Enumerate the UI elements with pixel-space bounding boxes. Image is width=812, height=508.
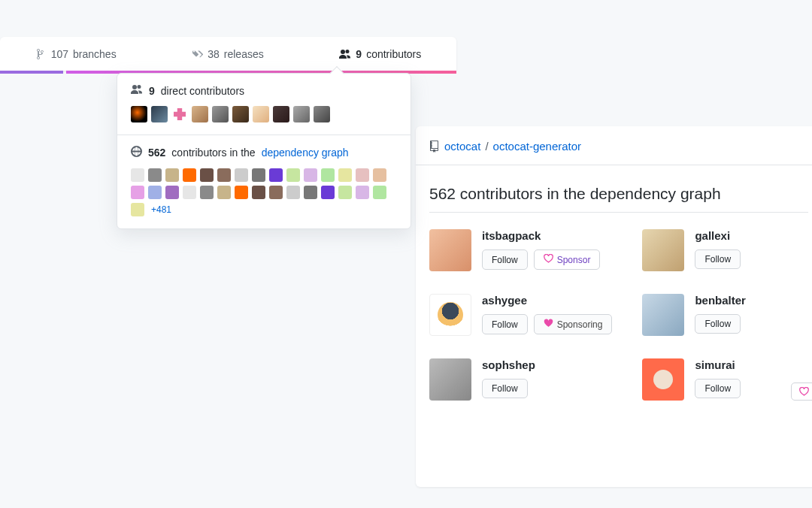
avatar[interactable]	[151, 106, 168, 122]
avatar[interactable]	[217, 186, 231, 199]
contributors-label: contributors	[366, 48, 421, 60]
contributor-username[interactable]: itsbagpack	[482, 229, 600, 242]
contributor-item: itsbagpack Follow Sponsor	[429, 229, 612, 271]
follow-button[interactable]: Follow	[482, 314, 528, 334]
avatar[interactable]	[338, 168, 352, 182]
heart-icon	[544, 254, 553, 265]
avatar[interactable]	[293, 106, 310, 122]
avatar[interactable]	[304, 186, 317, 199]
releases-tab[interactable]: 38 releases	[152, 37, 304, 71]
people-icon	[131, 84, 143, 97]
follow-button[interactable]: Follow	[482, 249, 528, 270]
avatar[interactable]	[131, 186, 144, 199]
avatar[interactable]	[171, 106, 188, 122]
avatar[interactable]	[252, 186, 265, 199]
avatar[interactable]	[131, 106, 147, 122]
avatar[interactable]	[183, 168, 196, 182]
follow-button[interactable]: Follow	[695, 379, 741, 398]
follow-button[interactable]: Follow	[695, 314, 741, 334]
contributor-username[interactable]: sophshep	[482, 358, 535, 371]
graph-label-before: contributors in the	[171, 147, 255, 159]
breadcrumb-repo[interactable]: octocat-generator	[493, 140, 582, 153]
contributor-username[interactable]: benbalter	[695, 294, 746, 307]
direct-contributors-section: 9 direct contributors	[117, 74, 411, 135]
avatar[interactable]	[235, 168, 248, 182]
avatar[interactable]	[148, 186, 162, 199]
avatar[interactable]	[200, 186, 214, 199]
avatar[interactable]	[165, 168, 179, 182]
releases-label: releases	[224, 48, 264, 60]
contributor-item: gallexi Follow	[642, 229, 808, 271]
repo-nav-bar: 107 branches 38 releases 9 contributors	[0, 37, 456, 71]
direct-label: direct contributors	[161, 85, 244, 97]
contributors-popover: 9 direct contributors 562 contributors i…	[117, 73, 411, 229]
heart-icon	[799, 387, 809, 396]
contributor-item: simurai Follow	[642, 358, 808, 401]
follow-button[interactable]: Follow	[482, 379, 528, 398]
breadcrumb-separator: /	[485, 140, 488, 153]
releases-count: 38	[208, 48, 220, 60]
branches-tab[interactable]: 107 branches	[0, 37, 152, 71]
contributor-username[interactable]: ashygee	[482, 294, 612, 307]
contributor-item: sophshep Follow	[429, 358, 612, 401]
more-contributors-link[interactable]: +481	[151, 204, 171, 215]
sponsor-button[interactable]	[791, 383, 812, 401]
avatar[interactable]	[356, 168, 369, 182]
sponsor-label: Sponsor	[557, 255, 591, 265]
branches-count: 107	[51, 48, 68, 60]
avatar[interactable]	[642, 229, 684, 271]
graph-avatar-row: +481	[131, 168, 397, 216]
avatar[interactable]	[252, 168, 265, 182]
avatar[interactable]	[304, 168, 317, 182]
direct-count: 9	[149, 85, 155, 97]
contributors-tab[interactable]: 9 contributors	[304, 37, 456, 71]
sponsoring-button[interactable]: Sponsoring	[534, 314, 613, 334]
avatar[interactable]	[235, 186, 248, 199]
avatar[interactable]	[321, 186, 335, 199]
avatar[interactable]	[321, 168, 335, 182]
repo-icon	[429, 141, 440, 153]
avatar[interactable]	[286, 168, 300, 182]
avatar[interactable]	[212, 106, 229, 122]
avatar[interactable]	[200, 168, 214, 182]
sponsor-button[interactable]: Sponsor	[534, 249, 601, 270]
avatar[interactable]	[269, 168, 283, 182]
avatar[interactable]	[356, 186, 369, 199]
contributors-panel: octocat / octocat-generator 562 contribu…	[416, 126, 812, 487]
avatar[interactable]	[373, 168, 386, 182]
avatar[interactable]	[642, 358, 684, 401]
graph-contributors-section: 562 contributors in the dependency graph	[117, 135, 411, 228]
avatar[interactable]	[192, 106, 208, 122]
dependency-graph-link[interactable]: dependency graph	[262, 147, 349, 159]
contributor-username[interactable]: gallexi	[695, 229, 741, 242]
globe-icon	[131, 146, 142, 159]
avatar[interactable]	[429, 358, 471, 401]
avatar[interactable]	[148, 168, 162, 182]
avatar[interactable]	[131, 168, 144, 182]
avatar[interactable]	[232, 106, 249, 122]
avatar[interactable]	[183, 186, 196, 199]
avatar[interactable]	[165, 186, 179, 199]
breadcrumb-owner[interactable]: octocat	[444, 140, 480, 153]
contributor-item: ashygee Follow Sponsoring	[429, 294, 612, 336]
direct-avatar-row	[131, 106, 397, 122]
panel-heading: 562 contributors in the dependency graph	[416, 185, 812, 212]
follow-button[interactable]: Follow	[695, 249, 741, 269]
avatar[interactable]	[286, 186, 300, 199]
avatar[interactable]	[429, 294, 471, 336]
avatar[interactable]	[253, 106, 269, 122]
avatar[interactable]	[338, 186, 352, 199]
avatar[interactable]	[642, 294, 684, 336]
avatar[interactable]	[429, 229, 471, 271]
avatar[interactable]	[217, 168, 231, 182]
heart-filled-icon	[544, 319, 553, 330]
avatar[interactable]	[269, 186, 283, 199]
avatar[interactable]	[373, 186, 386, 199]
direct-heading: 9 direct contributors	[131, 84, 397, 97]
contributor-username[interactable]: simurai	[695, 358, 741, 371]
avatar[interactable]	[273, 106, 289, 122]
avatar[interactable]	[131, 203, 144, 216]
avatar[interactable]	[314, 106, 330, 122]
branches-label: branches	[73, 48, 117, 60]
people-icon	[339, 49, 351, 59]
